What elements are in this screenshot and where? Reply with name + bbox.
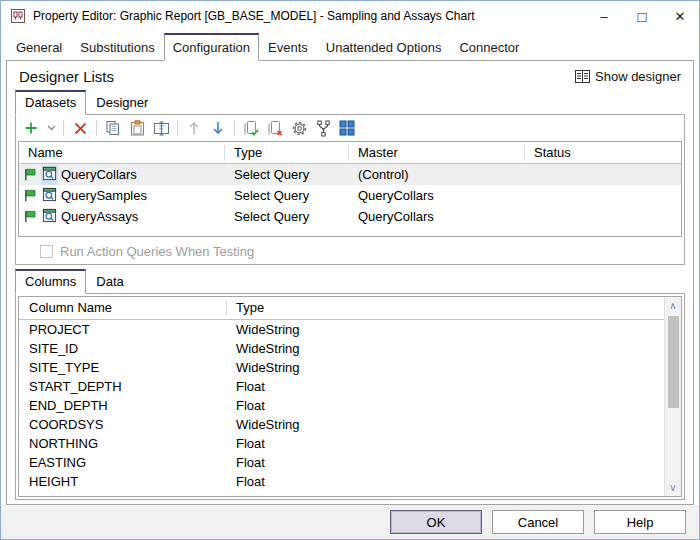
column-name: SITE_ID: [19, 341, 227, 356]
tab-designer[interactable]: Designer: [86, 91, 158, 115]
columns-grid: Column Name Type PROJECT WideString SITE…: [18, 296, 682, 497]
main-tab-strip: General Substitutions Configuration Even…: [1, 31, 699, 60]
cancel-button[interactable]: Cancel: [492, 510, 584, 534]
column-row-height[interactable]: HEIGHT Float: [19, 472, 681, 491]
column-name: COORDSYS: [19, 417, 227, 432]
run-action-queries-checkbox[interactable]: [40, 245, 53, 258]
column-type: WideString: [227, 417, 681, 432]
dataset-dependencies-icon[interactable]: [313, 118, 333, 138]
tab-connector[interactable]: Connector: [450, 35, 528, 61]
column-row-end-depth[interactable]: END_DEPTH Float: [19, 396, 681, 415]
help-button[interactable]: Help: [594, 510, 686, 534]
scroll-down-icon[interactable]: ∨: [665, 479, 682, 496]
scrollbar-thumb[interactable]: [668, 316, 679, 408]
column-header-status[interactable]: Status: [525, 145, 681, 161]
columns-panel: Column Name Type PROJECT WideString SITE…: [15, 293, 685, 500]
dataset-row-queryassays[interactable]: QueryAssays Select Query QueryCollars: [19, 206, 681, 227]
column-name: START_DEPTH: [19, 379, 227, 394]
paste-dataset-icon[interactable]: [127, 118, 147, 138]
query-icon: [41, 165, 58, 185]
dataset-type: Select Query: [225, 188, 349, 203]
column-header-type[interactable]: Type: [227, 300, 664, 316]
column-name: EASTING: [19, 455, 227, 470]
dataset-settings-icon[interactable]: [289, 118, 309, 138]
scroll-up-icon[interactable]: ∧: [665, 297, 682, 314]
add-dataset-icon[interactable]: [21, 118, 41, 138]
designer-window-icon: [575, 70, 590, 83]
vertical-scrollbar[interactable]: ∧ ∨: [664, 297, 681, 496]
column-type: WideString: [227, 322, 681, 337]
column-row-coordsys[interactable]: COORDSYS WideString: [19, 415, 681, 434]
flag-icon: [23, 167, 38, 182]
column-type: Float: [227, 436, 681, 451]
column-name: SITE_TYPE: [19, 360, 227, 375]
tab-columns[interactable]: Columns: [15, 269, 86, 294]
dataset-name: QuerySamples: [61, 188, 147, 203]
move-up-icon[interactable]: [184, 118, 204, 138]
tab-datasets[interactable]: Datasets: [15, 90, 86, 115]
datasets-toolbar: [16, 115, 684, 141]
column-type: Float: [227, 455, 681, 470]
maximize-button[interactable]: □: [623, 1, 661, 31]
query-icon: [41, 207, 58, 227]
move-down-icon[interactable]: [208, 118, 228, 138]
columns-grid-header: Column Name Type: [19, 297, 664, 320]
tab-substitutions[interactable]: Substitutions: [71, 35, 163, 61]
column-row-northing[interactable]: NORTHING Float: [19, 434, 681, 453]
column-header-name[interactable]: Name: [19, 145, 225, 161]
flag-icon: [23, 209, 38, 224]
column-header-column-name[interactable]: Column Name: [19, 300, 227, 316]
property-editor-dialog: Property Editor: Graphic Report [GB_BASE…: [0, 0, 700, 540]
column-name: PROJECT: [19, 322, 227, 337]
dataset-row-querycollars[interactable]: QueryCollars Select Query (Control): [19, 164, 681, 185]
tab-unattended-options[interactable]: Unattended Options: [317, 35, 451, 61]
dataset-type: Select Query: [225, 167, 349, 182]
configuration-tab-page: Designer Lists Show designer Datasets De…: [6, 60, 694, 505]
ok-button[interactable]: OK: [390, 510, 482, 534]
query-icon: [41, 186, 58, 206]
dialog-button-strip: OK Cancel Help: [1, 505, 699, 539]
column-row-site-type[interactable]: SITE_TYPE WideString: [19, 358, 681, 377]
dataset-name: QueryAssays: [61, 209, 138, 224]
add-dataset-dropdown-icon[interactable]: [45, 118, 57, 138]
tab-data[interactable]: Data: [86, 270, 133, 294]
delete-dataset-icon[interactable]: [70, 118, 90, 138]
property-editor-icon: [10, 8, 26, 24]
column-name: HEIGHT: [19, 474, 227, 489]
run-action-queries-label: Run Action Queries When Testing: [60, 244, 254, 259]
tab-events[interactable]: Events: [259, 35, 317, 61]
dataset-master: QueryCollars: [349, 188, 525, 203]
show-designer-label: Show designer: [595, 69, 681, 84]
dataset-tab-strip: Datasets Designer: [15, 90, 689, 115]
column-type: Float: [227, 474, 681, 489]
rename-dataset-icon[interactable]: [151, 118, 171, 138]
column-row-easting[interactable]: EASTING Float: [19, 453, 681, 472]
column-header-type[interactable]: Type: [225, 145, 349, 161]
column-row-start-depth[interactable]: START_DEPTH Float: [19, 377, 681, 396]
dataset-layout-grid-icon[interactable]: [337, 118, 357, 138]
flag-icon: [23, 188, 38, 203]
column-name: END_DEPTH: [19, 398, 227, 413]
dataset-type: Select Query: [225, 209, 349, 224]
column-name: NORTHING: [19, 436, 227, 451]
column-type: Float: [227, 398, 681, 413]
dataset-name: QueryCollars: [61, 167, 137, 182]
dataset-row-querysamples[interactable]: QuerySamples Select Query QueryCollars: [19, 185, 681, 206]
datasets-panel: Name Type Master Status: [15, 114, 685, 265]
column-type: WideString: [227, 341, 681, 356]
dataset-master: (Control): [349, 167, 525, 182]
columns-tab-strip: Columns Data: [15, 269, 689, 294]
tab-configuration[interactable]: Configuration: [164, 33, 259, 61]
copy-dataset-icon[interactable]: [103, 118, 123, 138]
validate-datasets-icon[interactable]: [241, 118, 261, 138]
invalidate-datasets-icon[interactable]: [265, 118, 285, 138]
tab-general[interactable]: General: [7, 35, 71, 61]
title-bar: Property Editor: Graphic Report [GB_BASE…: [1, 1, 699, 31]
column-row-project[interactable]: PROJECT WideString: [19, 320, 681, 339]
close-button[interactable]: ✕: [661, 1, 699, 31]
window-title: Property Editor: Graphic Report [GB_BASE…: [33, 9, 475, 23]
column-row-site-id[interactable]: SITE_ID WideString: [19, 339, 681, 358]
column-header-master[interactable]: Master: [349, 145, 525, 161]
minimize-button[interactable]: –: [585, 1, 623, 31]
show-designer-button[interactable]: Show designer: [575, 69, 681, 84]
